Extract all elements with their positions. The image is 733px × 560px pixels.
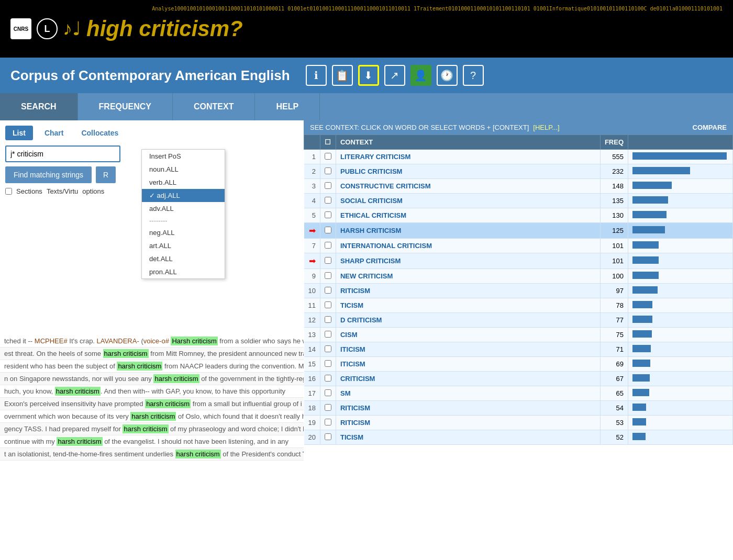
row-checkbox[interactable]	[320, 239, 336, 253]
freq-value: 135	[600, 194, 628, 208]
row-number: ➡	[304, 223, 320, 239]
row-number: 7	[304, 239, 320, 253]
row-number: 11	[304, 298, 320, 313]
tab-frequency[interactable]: FREQUENCY	[78, 93, 173, 120]
person-icon-button[interactable]: 👤	[410, 65, 431, 86]
row-number: 5	[304, 208, 320, 223]
freq-value: 101	[600, 239, 628, 253]
context-word[interactable]: CISM	[336, 328, 600, 342]
context-word[interactable]: RITICISM	[336, 401, 600, 416]
table-row: 4SOCIAL CRITICISM135	[304, 194, 733, 208]
context-word[interactable]: NEW CRITICISM	[336, 269, 600, 284]
sections-checkbox[interactable]	[5, 188, 12, 195]
row-checkbox[interactable]	[320, 328, 336, 342]
concordance-line: t an isolationist, tend-the-home-fires s…	[0, 448, 304, 461]
tab-search[interactable]: SEARCH	[0, 93, 78, 120]
table-row: 15ITICISM69	[304, 357, 733, 372]
share-icon-button[interactable]: ↗	[384, 65, 405, 86]
dropdown-art-all[interactable]: art.ALL	[142, 239, 225, 252]
context-word[interactable]: SHARP CRITICISM	[336, 253, 600, 269]
freq-bar-cell	[628, 194, 733, 208]
context-word[interactable]: D CRITICISM	[336, 313, 600, 328]
concordance-line: est threat. On the heels of some harsh c…	[0, 348, 304, 360]
context-word[interactable]: HARSH CRITICISM	[336, 223, 600, 239]
context-word[interactable]: SOCIAL CRITICISM	[336, 194, 600, 208]
context-word[interactable]: LITERARY CRITICISM	[336, 150, 600, 164]
context-word[interactable]: ITICISM	[336, 342, 600, 357]
tab-context[interactable]: CONTEXT	[173, 93, 255, 120]
row-checkbox[interactable]	[320, 386, 336, 401]
tab-list[interactable]: List	[5, 126, 33, 140]
row-checkbox[interactable]	[320, 164, 336, 179]
freq-bar-cell	[628, 239, 733, 253]
search-input[interactable]	[5, 145, 120, 162]
row-checkbox[interactable]	[320, 223, 336, 239]
dropdown-noun-all[interactable]: noun.ALL	[142, 163, 225, 176]
row-checkbox[interactable]	[320, 342, 336, 357]
compare-link[interactable]: COMPARE	[693, 124, 727, 131]
table-row: 11TICISM78	[304, 298, 733, 313]
dropdown-neg-all[interactable]: neg.ALL	[142, 226, 225, 239]
doc-icon-button[interactable]: 📋	[332, 65, 353, 86]
freq-bar-cell	[628, 416, 733, 430]
row-checkbox[interactable]	[320, 269, 336, 284]
context-word[interactable]: RITICISM	[336, 284, 600, 298]
row-number: 20	[304, 430, 320, 445]
row-checkbox[interactable]	[320, 298, 336, 313]
concordance-line: continue with my harsh criticism of the …	[0, 435, 304, 448]
context-word[interactable]: ETHICAL CRITICISM	[336, 208, 600, 223]
row-checkbox[interactable]	[320, 313, 336, 328]
logo-area: CNRS L ♪♩ high criticism?	[10, 16, 243, 41]
context-help-link[interactable]: [HELP...]	[533, 124, 559, 131]
row-checkbox[interactable]	[320, 372, 336, 386]
context-word[interactable]: RITICISM	[336, 416, 600, 430]
tab-chart[interactable]: Chart	[38, 127, 70, 139]
freq-bar-cell	[628, 253, 733, 269]
dropdown-insert-pos[interactable]: Insert PoS	[142, 150, 225, 163]
context-word[interactable]: CONSTRUCTIVE CRITICISM	[336, 179, 600, 194]
row-checkbox[interactable]	[320, 416, 336, 430]
context-instruction: SEE CONTEXT: CLICK ON WORD OR SELECT WOR…	[310, 124, 529, 131]
row-number: 3	[304, 179, 320, 194]
freq-value: 101	[600, 253, 628, 269]
row-checkbox[interactable]	[320, 208, 336, 223]
row-checkbox[interactable]	[320, 150, 336, 164]
table-row: 1LITERARY CRITICISM555	[304, 150, 733, 164]
freq-bar-cell	[628, 164, 733, 179]
reset-button[interactable]: R	[96, 166, 116, 183]
row-checkbox[interactable]	[320, 430, 336, 445]
dropdown-verb-all[interactable]: verb.ALL	[142, 176, 225, 189]
context-word[interactable]: CRITICISM	[336, 372, 600, 386]
tab-collocates[interactable]: Collocates	[75, 127, 125, 139]
context-word[interactable]: PUBLIC CRITICISM	[336, 164, 600, 179]
find-matching-button[interactable]: Find matching strings	[5, 166, 92, 183]
freq-bar-cell	[628, 179, 733, 194]
table-row: 19RITICISM53	[304, 416, 733, 430]
info-icon-button[interactable]: ℹ	[306, 65, 327, 86]
tab-help[interactable]: HELP	[255, 93, 320, 120]
row-checkbox[interactable]	[320, 253, 336, 269]
corpus-title: Corpus of Contemporary American English	[10, 68, 290, 84]
context-word[interactable]: ITICISM	[336, 357, 600, 372]
freq-value: 100	[600, 269, 628, 284]
context-word[interactable]: INTERNATIONAL CRITICISM	[336, 239, 600, 253]
row-checkbox[interactable]	[320, 179, 336, 194]
row-checkbox[interactable]	[320, 401, 336, 416]
row-checkbox[interactable]	[320, 194, 336, 208]
context-word[interactable]: SM	[336, 386, 600, 401]
context-word[interactable]: TICISM	[336, 430, 600, 445]
dropdown-pron-all[interactable]: pron.ALL	[142, 265, 225, 278]
context-word[interactable]: TICISM	[336, 298, 600, 313]
help-icon-button[interactable]: ?	[463, 65, 484, 86]
l-logo: L	[37, 18, 58, 39]
dropdown-adv-all[interactable]: adv.ALL	[142, 202, 225, 215]
dropdown-adj-all[interactable]: ✓ adj.ALL	[142, 189, 225, 202]
row-checkbox[interactable]	[320, 284, 336, 298]
table-row: 12D CRITICISM77	[304, 313, 733, 328]
row-number: 9	[304, 269, 320, 284]
clock-icon-button[interactable]: 🕐	[437, 65, 458, 86]
row-checkbox[interactable]	[320, 357, 336, 372]
dropdown-det-all[interactable]: det.ALL	[142, 252, 225, 265]
concordance-line: n on Singapore newsstands, nor will you …	[0, 373, 304, 385]
download-icon-button[interactable]: ⬇	[358, 65, 379, 86]
